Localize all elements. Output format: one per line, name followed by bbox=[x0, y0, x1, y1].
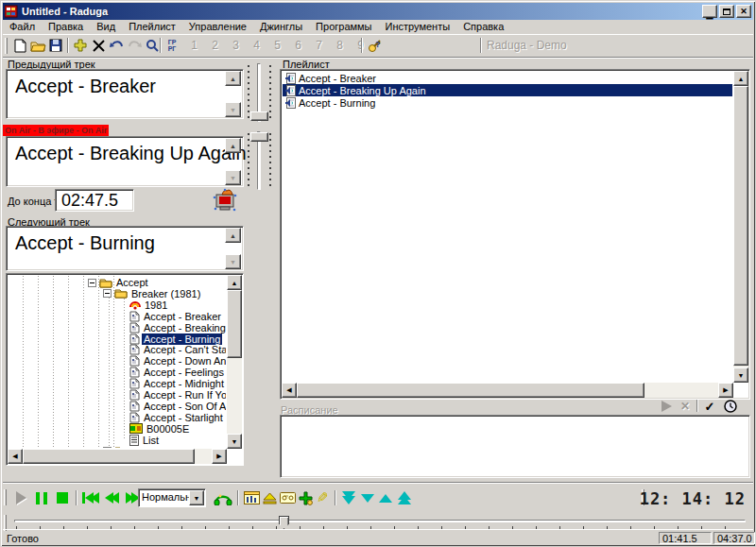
minimize-button[interactable]: ▁ bbox=[702, 5, 717, 18]
cassette-icon[interactable]: ss bbox=[279, 487, 297, 508]
playlist-item[interactable]: Accept - Burning bbox=[283, 96, 732, 109]
skip-start-button[interactable] bbox=[80, 487, 101, 508]
scroll-up-icon[interactable]: ▲ bbox=[225, 138, 241, 153]
tree-item[interactable]: B00005E bbox=[118, 423, 191, 435]
scroll-right-icon[interactable]: ▶ bbox=[212, 449, 227, 464]
mixer-window-icon[interactable] bbox=[242, 487, 261, 508]
stop-button[interactable] bbox=[53, 487, 72, 508]
schedule-check-icon[interactable]: ✓ bbox=[701, 399, 718, 414]
play-button[interactable] bbox=[10, 487, 31, 508]
menu-item-0[interactable]: Файл bbox=[3, 20, 42, 33]
toolbar-gripper[interactable] bbox=[5, 38, 8, 54]
slider-thumb[interactable] bbox=[250, 111, 268, 121]
tree-item[interactable]: Accept - Starlight bbox=[118, 412, 225, 423]
tree-hscroll-thumb[interactable] bbox=[23, 449, 195, 464]
menu-item-5[interactable]: Джинглы bbox=[253, 20, 309, 33]
mode-select[interactable]: Нормальный ▼ bbox=[138, 488, 206, 507]
move-down-icon[interactable] bbox=[359, 487, 376, 508]
help-icon[interactable]: ? bbox=[365, 36, 384, 55]
add-button[interactable] bbox=[71, 36, 90, 55]
close-button[interactable]: ✕ bbox=[736, 5, 751, 18]
menu-item-7[interactable]: Инструменты bbox=[379, 20, 457, 33]
monitor-headphones-icon[interactable] bbox=[212, 487, 234, 508]
tree-item[interactable]: Accept - Down And Out bbox=[118, 355, 226, 367]
library-tree: AcceptBreaker (1981)1981Accept - Breaker… bbox=[6, 273, 244, 466]
redo-button[interactable] bbox=[125, 36, 144, 55]
pause-button[interactable] bbox=[32, 487, 51, 508]
expand-plus-icon[interactable] bbox=[103, 447, 112, 448]
tree-item[interactable]: Breaker (1981) bbox=[103, 288, 202, 299]
scroll-left-icon[interactable]: ◀ bbox=[8, 449, 23, 464]
jingle-number-button[interactable]: 4 bbox=[247, 36, 266, 55]
save-button[interactable] bbox=[46, 36, 65, 55]
tree-item[interactable]: Staying A Life (1990) bbox=[103, 446, 226, 449]
tree-item[interactable]: Accept - Burning bbox=[118, 333, 222, 345]
scroll-up-icon[interactable]: ▲ bbox=[733, 71, 748, 86]
add-record-icon[interactable] bbox=[297, 487, 314, 508]
jingle-number-button[interactable]: 5 bbox=[267, 36, 287, 55]
scroll-left-icon[interactable]: ◀ bbox=[282, 383, 297, 398]
chevron-down-icon[interactable]: ▼ bbox=[189, 490, 204, 505]
maximize-button[interactable] bbox=[719, 5, 734, 18]
slider-ticks bbox=[269, 133, 271, 188]
slider-thumb[interactable] bbox=[250, 132, 268, 142]
scroll-down-icon[interactable]: ▼ bbox=[733, 368, 748, 383]
scroll-down-icon[interactable]: ▼ bbox=[225, 254, 241, 269]
tree-item-label: Accept - Son Of A Bitch bbox=[142, 401, 226, 412]
delete-button[interactable] bbox=[89, 36, 108, 55]
tree-item[interactable]: Accept bbox=[88, 277, 150, 288]
eject-icon[interactable] bbox=[261, 487, 278, 508]
tree-item-label: Accept - Breaker bbox=[142, 311, 223, 322]
tree-item[interactable]: Accept - Breaker bbox=[118, 311, 223, 322]
scroll-right-icon[interactable]: ▶ bbox=[718, 383, 733, 398]
jingle-panel-icon[interactable]: ГРРГ bbox=[163, 36, 181, 55]
menu-item-3[interactable]: Плейлист bbox=[122, 20, 182, 33]
move-bottom-icon[interactable] bbox=[339, 487, 358, 508]
menu-item-4[interactable]: Управление bbox=[182, 20, 253, 33]
scroll-up-icon[interactable]: ▲ bbox=[225, 228, 241, 243]
undo-button[interactable] bbox=[107, 36, 126, 55]
schedule-delete-icon[interactable]: ✕ bbox=[677, 399, 694, 414]
playlist-vscroll-thumb[interactable] bbox=[733, 86, 748, 366]
move-up-icon[interactable] bbox=[377, 487, 394, 508]
jingle-number-button[interactable]: 1 bbox=[184, 36, 204, 55]
menu-item-2[interactable]: Вид bbox=[90, 20, 122, 33]
jingle-number-button[interactable]: 8 bbox=[330, 36, 350, 55]
tree-item[interactable]: Accept - Can't Stand The bbox=[118, 344, 226, 355]
rewind-button[interactable] bbox=[102, 487, 121, 508]
open-file-button[interactable] bbox=[28, 36, 47, 55]
jingle-number-button[interactable]: 3 bbox=[226, 36, 246, 55]
playlist-item[interactable]: Accept - Breaking Up Again bbox=[283, 84, 732, 96]
scroll-down-icon[interactable]: ▼ bbox=[225, 170, 241, 185]
jingle-number-button[interactable]: 7 bbox=[309, 36, 329, 55]
tree-item[interactable]: 1981 bbox=[118, 299, 169, 311]
playlist-hscroll-thumb[interactable] bbox=[297, 383, 644, 398]
collapse-minus-icon[interactable] bbox=[88, 279, 96, 287]
tree-item[interactable]: Accept - Breaking Up Aga bbox=[118, 322, 226, 333]
tree-item[interactable]: Accept - Son Of A Bitch bbox=[118, 401, 226, 412]
scroll-down-icon[interactable]: ▼ bbox=[225, 102, 241, 117]
tree-item[interactable]: Accept - Run If You Can bbox=[118, 389, 226, 401]
tree-item[interactable]: Accept - Feelings bbox=[118, 367, 226, 378]
jingle-number-button[interactable]: 2 bbox=[205, 36, 225, 55]
tree-item[interactable]: List bbox=[118, 435, 161, 446]
schedule-box[interactable] bbox=[280, 415, 750, 478]
new-file-button[interactable] bbox=[10, 36, 29, 55]
move-top-icon[interactable] bbox=[395, 487, 414, 508]
scroll-up-icon[interactable]: ▲ bbox=[225, 71, 241, 86]
edit-pencil-icon[interactable]: ✎ bbox=[314, 487, 331, 508]
collapse-minus-icon[interactable] bbox=[103, 289, 112, 298]
toolbar-gripper[interactable] bbox=[4, 489, 7, 505]
tree-item[interactable]: Accept - Midnight Highwa bbox=[118, 378, 226, 389]
playlist-item[interactable]: Accept - Breaker bbox=[283, 72, 732, 84]
menu-item-6[interactable]: Программы bbox=[309, 20, 378, 33]
search-icon[interactable] bbox=[143, 36, 162, 55]
menu-item-1[interactable]: Правка bbox=[42, 20, 90, 33]
schedule-play-icon[interactable] bbox=[658, 399, 675, 414]
jingle-number-button[interactable]: 6 bbox=[288, 36, 308, 55]
menu-item-8[interactable]: Справка bbox=[456, 20, 510, 33]
tree-vscroll-thumb[interactable] bbox=[227, 290, 242, 358]
scroll-down-icon[interactable]: ▼ bbox=[227, 434, 242, 449]
schedule-clock-icon[interactable] bbox=[722, 399, 739, 414]
scroll-up-icon[interactable]: ▲ bbox=[227, 275, 242, 290]
